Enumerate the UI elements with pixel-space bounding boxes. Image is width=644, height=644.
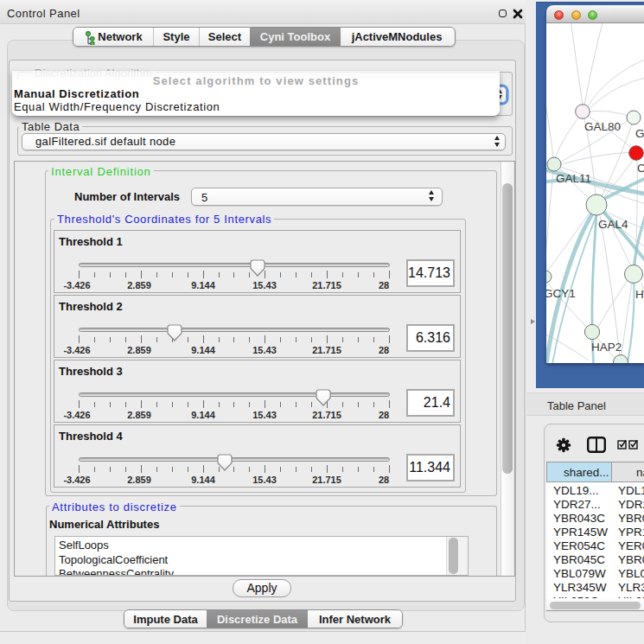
svg-text:GAL11: GAL11 [556, 172, 591, 185]
svg-text:GAL4: GAL4 [598, 218, 628, 231]
svg-text:HI: HI [635, 288, 644, 301]
svg-text:GAL: GAL [635, 127, 644, 140]
svg-text:HAP2: HAP2 [591, 341, 622, 354]
svg-text:GCY1: GCY1 [546, 287, 576, 300]
svg-text:GAL80: GAL80 [584, 120, 621, 133]
svg-text:CD: CD [637, 162, 644, 175]
